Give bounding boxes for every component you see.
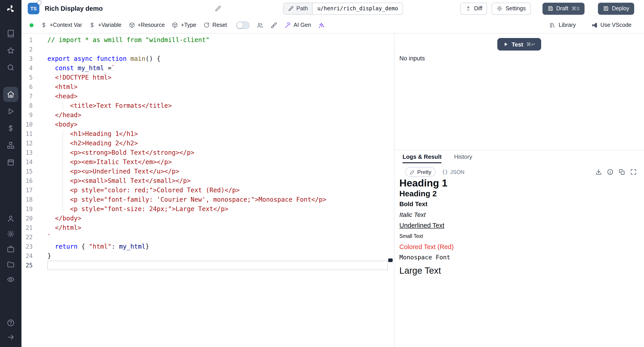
add-context-var-button[interactable]: +Context Var [41, 22, 82, 28]
code-content[interactable]: <p style="font-size: 24px;">Large Text</… [48, 204, 388, 214]
use-vscode-button[interactable]: Use VScode [591, 22, 632, 28]
code-line-22[interactable]: 22` [22, 232, 394, 242]
line-number[interactable]: 1 [22, 35, 48, 45]
sidebar-item-help[interactable] [3, 316, 18, 330]
code-content[interactable]: <p><strong>Bold Text</strong></p> [48, 148, 388, 158]
add-variable-button[interactable]: +Variable [89, 22, 122, 28]
code-line-5[interactable]: 5 <!DOCTYPE html> [22, 73, 394, 82]
line-number[interactable]: 3 [22, 54, 48, 64]
code-content[interactable]: <p style="font-family: 'Courier New', mo… [48, 195, 388, 204]
expand-icon[interactable] [630, 168, 637, 175]
settings-button[interactable]: Settings [492, 2, 531, 14]
code-line-4[interactable]: 4 const my_html =` [22, 64, 394, 73]
code-content[interactable] [48, 261, 388, 270]
code-line-7[interactable]: 7 <head> [22, 92, 394, 101]
code-line-16[interactable]: 16 <p><small>Small Text</small></p> [22, 176, 394, 186]
sidebar-item-user[interactable] [3, 211, 18, 226]
json-toggle[interactable]: {} JSON [438, 167, 469, 177]
line-number[interactable]: 9 [22, 110, 48, 120]
code-content[interactable]: <h1>Heading 1</h1> [48, 129, 388, 138]
code-line-23[interactable]: 23 return { "html": my_html} [22, 242, 394, 251]
sidebar-item-folder[interactable] [3, 257, 18, 272]
draft-button[interactable]: Draft ⌘S [542, 2, 584, 14]
code-content[interactable]: ` [48, 232, 388, 242]
line-number[interactable]: 21 [22, 223, 48, 232]
ai-gen-button[interactable]: AI Gen [284, 22, 311, 28]
format-code-icon[interactable] [270, 22, 277, 28]
code-content[interactable]: </head> [48, 110, 388, 120]
diff-button[interactable]: Diff [460, 2, 487, 14]
code-content[interactable]: <p><u>Underlined Text</u></p> [48, 167, 388, 176]
edit-summary-icon[interactable] [214, 5, 221, 12]
line-number[interactable]: 5 [22, 73, 48, 82]
code-content[interactable]: <body> [48, 120, 388, 129]
code-line-11[interactable]: 11 <h1>Heading 1</h1> [22, 129, 394, 138]
sidebar-item-briefcase[interactable] [3, 242, 18, 257]
sidebar-item-gear[interactable] [3, 226, 18, 242]
code-editor[interactable]: 1// import * as wmill from "windmill-cli… [22, 34, 394, 347]
code-content[interactable]: <title>Text Formats</title> [48, 101, 388, 110]
code-line-19[interactable]: 19 <p style="font-size: 24px;">Large Tex… [22, 204, 394, 214]
code-content[interactable]: const my_html =` [48, 64, 388, 73]
code-line-24[interactable]: 24} [22, 251, 394, 261]
code-content[interactable]: <p><small>Small Text</small></p> [48, 176, 388, 186]
line-number[interactable]: 7 [22, 92, 48, 101]
add-type-button[interactable]: +Type [172, 22, 196, 28]
line-number[interactable]: 11 [22, 129, 48, 138]
code-content[interactable]: return { "html": my_html} [48, 242, 388, 251]
code-line-14[interactable]: 14 <p><em>Italic Text</em></p> [22, 158, 394, 167]
line-number[interactable]: 15 [22, 167, 48, 176]
line-number[interactable]: 25 [22, 261, 48, 270]
tab-logs-result[interactable]: Logs & Result [402, 154, 442, 163]
line-number[interactable]: 14 [22, 158, 48, 167]
path-input[interactable]: u/henri/rich_display_demo [313, 3, 402, 14]
line-number[interactable]: 8 [22, 101, 48, 110]
line-number[interactable]: 10 [22, 120, 48, 129]
line-number[interactable]: 2 [22, 45, 48, 54]
pretty-toggle[interactable]: Pretty [405, 167, 436, 177]
code-content[interactable]: </body> [48, 214, 388, 223]
line-number[interactable]: 16 [22, 176, 48, 186]
windmill-logo-icon[interactable] [5, 4, 16, 14]
code-line-21[interactable]: 21 </html> [22, 223, 394, 232]
code-content[interactable]: </html> [48, 223, 388, 232]
sidebar-item-search[interactable] [3, 59, 18, 76]
code-line-25[interactable]: 25 [22, 261, 394, 270]
sidebar-item-boxes[interactable] [3, 137, 18, 154]
code-line-9[interactable]: 9 </head> [22, 110, 394, 120]
line-number[interactable]: 22 [22, 232, 48, 242]
line-number[interactable]: 12 [22, 138, 48, 148]
code-line-12[interactable]: 12 <h2>Heading 2</h2> [22, 138, 394, 148]
code-content[interactable]: <html> [48, 82, 388, 92]
sidebar-item-arrow-right[interactable] [3, 330, 18, 344]
path-button[interactable]: Path [283, 3, 312, 14]
line-number[interactable]: 18 [22, 195, 48, 204]
code-line-18[interactable]: 18 <p style="font-family: 'Courier New',… [22, 195, 394, 204]
code-content[interactable]: <p style="color: red;">Colored Text (Red… [48, 186, 388, 195]
code-content[interactable] [48, 45, 388, 54]
sidebar-item-star[interactable] [3, 42, 18, 59]
line-number[interactable]: 4 [22, 64, 48, 73]
line-number[interactable]: 19 [22, 204, 48, 214]
code-content[interactable]: <h2>Heading 2</h2> [48, 138, 388, 148]
code-content[interactable]: <head> [48, 92, 388, 101]
deploy-button[interactable]: Deploy [598, 2, 634, 14]
line-number[interactable]: 6 [22, 82, 48, 92]
code-line-1[interactable]: 1// import * as wmill from "windmill-cli… [22, 35, 394, 45]
code-line-17[interactable]: 17 <p style="color: red;">Colored Text (… [22, 186, 394, 195]
code-content[interactable]: <p><em>Italic Text</em></p> [48, 158, 388, 167]
sidebar-item-calendar[interactable] [3, 154, 18, 171]
test-button[interactable]: Test ⌘↵ [497, 38, 541, 50]
multiplayer-users-icon[interactable] [256, 22, 263, 28]
sidebar-item-eye[interactable] [3, 272, 18, 287]
line-number[interactable]: 13 [22, 148, 48, 158]
copy-icon[interactable] [618, 168, 625, 175]
sidebar-item-home[interactable] [3, 87, 18, 102]
line-number[interactable]: 24 [22, 251, 48, 261]
code-line-20[interactable]: 20 </body> [22, 214, 394, 223]
code-line-8[interactable]: 8 <title>Text Formats</title> [22, 101, 394, 110]
code-line-13[interactable]: 13 <p><strong>Bold Text</strong></p> [22, 148, 394, 158]
sidebar-item-book[interactable] [3, 25, 18, 42]
reset-button[interactable]: Reset [204, 22, 227, 28]
code-content[interactable]: <!DOCTYPE html> [48, 73, 388, 82]
